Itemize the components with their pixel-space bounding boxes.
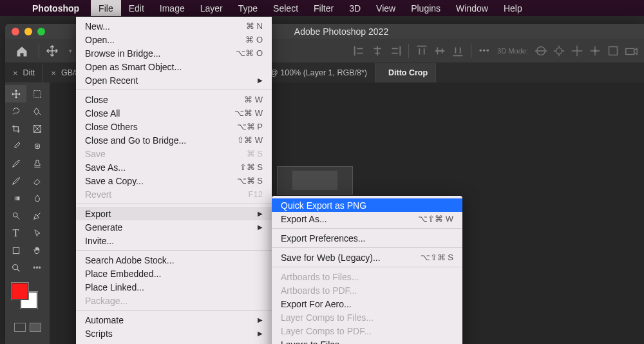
edit-toolbar[interactable]: ••• (26, 259, 48, 276)
menu-item[interactable]: Export Preferences... (272, 231, 462, 245)
menu-item[interactable]: Export▶ (76, 207, 272, 220)
minimize-window-icon[interactable] (24, 28, 32, 35)
quick-select-tool[interactable] (26, 102, 48, 120)
slide-icon[interactable] (588, 44, 602, 58)
hand-tool[interactable] (26, 242, 48, 259)
menu-filter[interactable]: Filter (306, 0, 341, 16)
eyedropper-tool[interactable] (5, 137, 26, 155)
menu-item[interactable]: Open Recent▶ (76, 73, 272, 87)
zoom-tool[interactable] (5, 259, 26, 276)
align-middle-v-icon[interactable] (433, 44, 447, 58)
move-tool[interactable] (5, 85, 26, 102)
marquee-tool[interactable] (26, 85, 48, 102)
document-tab[interactable]: ×Ditt (5, 63, 43, 82)
zoom-window-icon[interactable] (37, 28, 45, 35)
menu-item[interactable]: Search Adobe Stock... (76, 253, 272, 267)
menu-edit[interactable]: Edit (121, 0, 152, 16)
close-window-icon[interactable] (12, 28, 19, 35)
menu-item[interactable]: Place Linked... (76, 280, 272, 294)
align-right-icon[interactable] (388, 44, 402, 58)
menu-image[interactable]: Image (152, 0, 193, 16)
menu-select[interactable]: Select (265, 0, 306, 16)
menu-item-label: Search Adobe Stock... (85, 255, 263, 265)
heal-tool[interactable] (26, 137, 48, 155)
menu-separator (272, 228, 462, 229)
pan-3d-icon[interactable] (570, 44, 584, 58)
menu-item-label: Automate (85, 315, 258, 325)
menu-item-label: Layer Comps to Files... (281, 312, 453, 323)
camera-icon[interactable] (624, 44, 638, 58)
menu-item[interactable]: Layers to Files... (272, 338, 462, 344)
scale-3d-icon[interactable] (606, 44, 620, 58)
history-brush-tool[interactable] (5, 172, 26, 189)
eraser-tool[interactable] (26, 172, 48, 189)
menu-item[interactable]: Close All⌥⌘ W (76, 106, 272, 120)
menu-item[interactable]: Export For Aero... (272, 297, 462, 311)
crop-tool[interactable] (5, 120, 26, 137)
menu-item[interactable]: Save for Web (Legacy)...⌥⇧⌘ S (272, 251, 462, 264)
menu-item[interactable]: Open as Smart Object... (76, 60, 272, 73)
menu-file[interactable]: File (91, 0, 121, 16)
lasso-tool[interactable] (5, 102, 26, 120)
shape-tool[interactable] (5, 242, 26, 259)
menu-item-label: Export For Aero... (281, 299, 453, 309)
menu-item-label: Revert (85, 189, 249, 200)
menu-item[interactable]: Import▶ (76, 340, 272, 344)
frame-tool[interactable] (26, 120, 48, 137)
dropdown-caret-icon[interactable]: ▾ (63, 44, 77, 58)
tab-title: Ditt (23, 68, 35, 77)
stamp-tool[interactable] (26, 155, 48, 172)
menu-item[interactable]: Export As...⌥⇧⌘ W (272, 212, 462, 225)
menu-item[interactable]: Scripts▶ (76, 327, 272, 340)
document-tab[interactable]: Ditto Crop (375, 63, 436, 82)
menu-item[interactable]: Save As...⇧⌘ S (76, 160, 272, 174)
svg-rect-11 (13, 247, 19, 253)
brush-tool[interactable] (5, 155, 26, 172)
menu-plugins[interactable]: Plugins (403, 0, 448, 16)
svg-rect-4 (626, 48, 634, 54)
menu-item[interactable]: Open...⌘ O (76, 33, 272, 46)
menu-view[interactable]: View (368, 0, 403, 16)
svg-rect-9 (12, 196, 19, 200)
menu-item[interactable]: Invite... (76, 234, 272, 247)
menu-item[interactable]: Browse in Bridge...⌥⌘ O (76, 46, 272, 60)
menu-item[interactable]: New...⌘ N (76, 19, 272, 33)
menu-item-label: Save a Copy... (85, 176, 237, 186)
menu-item[interactable]: Close and Go to Bridge...⇧⌘ W (76, 133, 272, 147)
menu-item[interactable]: Save a Copy...⌥⌘ S (76, 174, 272, 187)
menu-item[interactable]: Automate▶ (76, 313, 272, 327)
more-icon[interactable]: ••• (477, 44, 491, 58)
color-swatches[interactable] (12, 283, 37, 309)
orbit-icon[interactable] (534, 44, 548, 58)
close-tab-icon[interactable]: × (51, 68, 56, 78)
gradient-tool[interactable] (5, 189, 26, 207)
type-tool[interactable]: T (5, 224, 26, 242)
align-left-icon[interactable] (352, 44, 366, 58)
align-center-h-icon[interactable] (370, 44, 384, 58)
menu-item[interactable]: Generate▶ (76, 220, 272, 234)
menu-item[interactable]: Quick Export as PNG (272, 198, 462, 212)
blur-tool[interactable] (26, 189, 48, 207)
rotate-icon[interactable] (552, 44, 566, 58)
align-top-icon[interactable] (415, 44, 429, 58)
foreground-color-swatch[interactable] (12, 283, 28, 300)
home-icon[interactable] (15, 45, 28, 57)
menu-item[interactable]: Place Embedded... (76, 267, 272, 280)
menu-window[interactable]: Window (448, 0, 496, 16)
quick-mask-toggle[interactable] (5, 323, 50, 332)
close-tab-icon[interactable]: × (13, 68, 18, 78)
svg-point-10 (13, 213, 17, 217)
app-name[interactable]: Photoshop (32, 3, 79, 14)
align-bottom-icon[interactable] (451, 44, 465, 58)
menu-item[interactable]: Close⌘ W (76, 93, 272, 106)
move-tool-icon[interactable] (45, 44, 59, 58)
path-select-tool[interactable] (26, 224, 48, 242)
pen-tool[interactable] (26, 207, 48, 224)
menu-3d[interactable]: 3D (341, 0, 368, 16)
menu-item-shortcut: ⌥⇧⌘ W (418, 214, 453, 224)
menu-help[interactable]: Help (496, 0, 530, 16)
dodge-tool[interactable] (5, 207, 26, 224)
menu-type[interactable]: Type (231, 0, 265, 16)
menu-item[interactable]: Close Others⌥⌘ P (76, 120, 272, 133)
menu-layer[interactable]: Layer (193, 0, 231, 16)
